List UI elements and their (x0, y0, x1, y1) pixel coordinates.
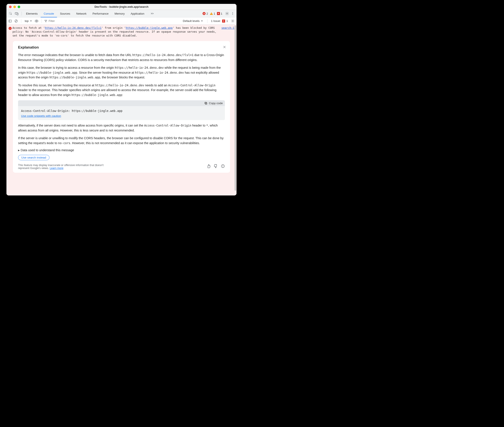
error-source-link[interactable]: search:1 (217, 26, 234, 38)
settings-icon[interactable] (224, 11, 230, 16)
log-levels-selector[interactable]: Default levels ▼ (182, 19, 204, 23)
explanation-paragraph-5: If the server is unable or unwilling to … (18, 136, 225, 145)
filter-box[interactable] (44, 19, 74, 23)
filter-input[interactable] (49, 19, 74, 23)
svg-point-12 (232, 20, 233, 21)
svg-rect-7 (9, 20, 11, 22)
chevron-down-icon: ▼ (201, 20, 203, 22)
issues-label: 1 Issue: (211, 19, 221, 23)
tab-application[interactable]: Application (128, 10, 148, 17)
explanation-paragraph-4: Alternatively, if the server does not ne… (18, 123, 225, 133)
console-content: ✕ Access to fetch at 'https://hello-io-2… (7, 25, 236, 195)
copy-code-label: Copy code (209, 102, 223, 105)
blocked-icon: ✕ (222, 20, 225, 23)
error-url-link[interactable]: https://hello-io-24.deno.dev/?lvl=1 (45, 26, 102, 30)
issues-indicator[interactable]: 1 Issue: ✕ 1 (211, 19, 228, 23)
filter-icon (44, 20, 47, 23)
console-toolbar: top ▼ Default levels ▼ 1 Issue: ✕ 1 (7, 17, 236, 25)
status-badges[interactable]: ✕ 2 1 ✕ 1 (203, 12, 222, 15)
svg-point-5 (232, 13, 233, 14)
code-snippet: Access-Control-Allow-Origin: https://bub… (18, 106, 225, 114)
tab-performance[interactable]: Performance (89, 10, 111, 17)
tab-memory[interactable]: Memory (112, 10, 128, 17)
copy-code-button[interactable]: Copy code (204, 102, 223, 105)
tab-sources[interactable]: Sources (57, 10, 73, 17)
devtools-window: DevTools - bubble-jingle.web.app/search … (7, 4, 236, 195)
panel-title: Explanation (18, 45, 225, 50)
close-panel-button[interactable] (222, 45, 227, 49)
context-label: top (25, 19, 29, 23)
toggle-sidebar-icon[interactable] (8, 19, 12, 23)
panel-tabs: Elements Console Sources Network Perform… (23, 10, 157, 17)
main-toolbar: Elements Console Sources Network Perform… (7, 10, 236, 17)
clear-console-icon[interactable] (14, 19, 18, 23)
code-block: Copy code Access-Control-Allow-Origin: h… (18, 100, 225, 120)
blocked-count-badge[interactable]: ✕ 1 (217, 12, 222, 15)
use-search-button[interactable]: Use search instead (18, 155, 49, 160)
data-disclosure[interactable]: Data used to understand this message (18, 148, 225, 152)
titlebar: DevTools - bubble-jingle.web.app/search (7, 4, 236, 10)
error-icon: ✕ (8, 27, 12, 30)
tabs-overflow-button[interactable] (147, 10, 157, 17)
explanation-paragraph-2: In this case, the browser is trying to a… (18, 65, 225, 80)
svg-point-4 (232, 12, 233, 13)
copy-icon (204, 102, 207, 105)
thumbs-up-icon[interactable] (207, 164, 211, 168)
window-title: DevTools - bubble-jingle.web.app/search (7, 5, 236, 8)
device-toolbar-icon[interactable] (14, 11, 19, 16)
svg-point-11 (36, 20, 37, 22)
thumbs-down-icon[interactable] (214, 164, 218, 168)
svg-point-6 (232, 14, 233, 15)
context-selector[interactable]: top ▼ (24, 19, 33, 23)
tab-network[interactable]: Network (73, 10, 90, 17)
svg-line-10 (15, 20, 17, 22)
svg-rect-16 (205, 102, 207, 104)
inspect-element-icon[interactable] (8, 11, 13, 16)
console-settings-icon[interactable] (230, 18, 235, 24)
issues-count: 1 (226, 19, 228, 23)
warning-icon (210, 12, 213, 15)
disclaimer-text: This feature may display inaccurate or o… (18, 164, 110, 170)
error-icon: ✕ (203, 12, 205, 15)
more-options-icon[interactable] (230, 11, 235, 16)
svg-rect-2 (17, 13, 18, 15)
caution-link[interactable]: Use code snippets with caution (18, 114, 225, 120)
chevron-down-icon: ▼ (30, 20, 32, 22)
warning-count-badge[interactable]: 1 (210, 12, 215, 15)
explanation-panel: Explanation The error message indicates … (13, 41, 230, 173)
blocked-icon: ✕ (217, 12, 220, 15)
error-count-badge[interactable]: ✕ 2 (203, 12, 208, 15)
console-error-message[interactable]: ✕ Access to fetch at 'https://hello-io-2… (7, 25, 236, 38)
panel-footer: This feature may display inaccurate or o… (18, 164, 225, 170)
scrollbar[interactable] (235, 25, 236, 191)
svg-point-3 (227, 13, 228, 14)
tab-console[interactable]: Console (41, 10, 57, 17)
log-levels-label: Default levels (183, 19, 199, 23)
live-expression-icon[interactable] (34, 19, 39, 23)
report-icon[interactable] (221, 164, 225, 168)
svg-rect-15 (205, 103, 207, 104)
explanation-paragraph-3: To resolve this issue, the server hostin… (18, 83, 225, 97)
error-text: Access to fetch at 'https://hello-io-24.… (12, 26, 217, 38)
svg-point-19 (223, 167, 223, 167)
learn-more-link[interactable]: Learn more (50, 167, 63, 170)
tab-elements[interactable]: Elements (23, 10, 41, 17)
error-origin-link[interactable]: https://bubble-jingle.web.app (126, 26, 173, 30)
disclosure-label: Data used to understand this message (21, 148, 74, 152)
explanation-paragraph-1: The error message indicates that the bro… (18, 53, 225, 62)
